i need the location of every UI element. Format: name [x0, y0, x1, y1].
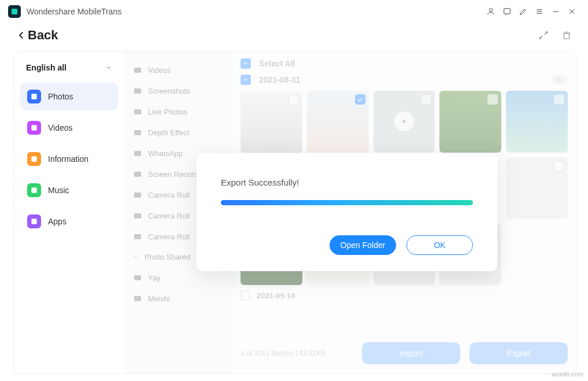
svg-rect-22: [134, 193, 141, 198]
music-icon: [27, 183, 41, 197]
dropdown-label: English all: [26, 63, 66, 72]
sidebar-item-photos[interactable]: Photos: [20, 83, 118, 110]
date-group-header[interactable]: 2021-05-14: [241, 291, 568, 300]
chat-icon: [27, 152, 41, 166]
svg-marker-29: [403, 120, 406, 124]
thumbnail[interactable]: [307, 91, 369, 153]
thumb-checkbox[interactable]: [554, 94, 564, 105]
back-row: Back: [0, 23, 588, 51]
folder-icon: [133, 107, 142, 116]
back-button[interactable]: Back: [16, 28, 58, 43]
svg-rect-15: [31, 219, 36, 224]
svg-rect-23: [134, 213, 141, 219]
thumbnail[interactable]: [506, 91, 568, 153]
folder-label: WhatsApp: [148, 149, 183, 158]
feedback-icon[interactable]: [499, 3, 515, 20]
svg-rect-13: [31, 156, 36, 161]
select-all-indeterminate-icon[interactable]: [241, 58, 251, 69]
folder-item[interactable]: Depth Effect: [127, 122, 230, 143]
folder-icon: [133, 232, 142, 241]
folder-item[interactable]: Screenshots: [127, 80, 230, 101]
folder-label: Camera Roll: [148, 191, 190, 199]
svg-rect-17: [134, 88, 141, 94]
thumbnail[interactable]: [506, 157, 568, 219]
sidebar: English all PhotosVideosInformationMusic…: [14, 51, 124, 374]
account-icon[interactable]: [483, 3, 499, 20]
sidebar-item-label: Information: [48, 154, 88, 164]
svg-rect-14: [31, 187, 36, 193]
open-folder-button[interactable]: Open Folder: [330, 235, 396, 255]
folder-label: Photo Shared: [145, 253, 191, 261]
export-button[interactable]: Export: [469, 342, 568, 364]
folder-label: Live Photos: [148, 108, 187, 116]
select-all-row[interactable]: Select All: [241, 57, 568, 70]
svg-rect-12: [31, 125, 36, 130]
chevron-down-icon: [133, 253, 139, 261]
sidebar-item-videos[interactable]: Videos: [20, 114, 118, 142]
sidebar-item-music[interactable]: Music: [20, 176, 118, 204]
svg-rect-1: [504, 9, 511, 14]
thumb-checkbox[interactable]: [487, 94, 498, 105]
svg-rect-16: [134, 68, 141, 73]
status-text: 1 of 3011 Item(s),143.81KB: [241, 349, 353, 357]
folder-item[interactable]: Videos: [127, 60, 230, 80]
thumbnail[interactable]: [373, 91, 435, 153]
thumbnail[interactable]: [241, 91, 302, 153]
content-footer: 1 of 3011 Item(s),143.81KB Import Export: [241, 336, 568, 364]
folder-icon: [133, 211, 142, 220]
folder-icon: [133, 128, 142, 137]
chevron-down-icon: [105, 64, 112, 71]
back-label: Back: [28, 28, 58, 43]
import-button[interactable]: Import: [362, 342, 460, 364]
video-icon: [27, 121, 41, 135]
folder-icon: [133, 190, 142, 199]
folder-label: Meishi: [148, 294, 170, 303]
folder-label: Camera Roll: [148, 212, 190, 220]
sidebar-item-information[interactable]: Information: [20, 145, 118, 173]
play-icon: [394, 112, 414, 131]
language-dropdown[interactable]: English all: [20, 61, 118, 83]
svg-rect-21: [134, 172, 141, 177]
folder-label: Videos: [148, 66, 171, 75]
svg-rect-24: [134, 234, 141, 239]
sidebar-item-label: Music: [48, 186, 69, 195]
sidebar-item-apps[interactable]: Apps: [20, 208, 118, 235]
group-indeterminate-icon[interactable]: [241, 75, 251, 85]
ok-button[interactable]: OK: [406, 235, 473, 255]
thumb-checkbox[interactable]: [421, 94, 431, 105]
thumb-checkbox[interactable]: [289, 94, 299, 105]
edit-icon[interactable]: [515, 3, 531, 20]
group-count-badge: 5: [550, 75, 568, 84]
folder-icon: [133, 294, 142, 303]
folder-item[interactable]: Live Photos: [127, 101, 230, 122]
thumb-checkbox[interactable]: [355, 94, 365, 105]
sidebar-item-label: Photos: [48, 92, 73, 101]
svg-rect-26: [134, 296, 141, 301]
svg-point-0: [489, 9, 492, 12]
watermark: wsxdn.com: [552, 371, 583, 378]
folder-icon: [133, 273, 142, 282]
titlebar: Wondershare MobileTrans: [0, 0, 588, 23]
folder-icon: [133, 169, 142, 179]
svg-rect-18: [134, 109, 141, 114]
minimize-icon[interactable]: [548, 3, 564, 20]
modal-message: Export Successfully!: [221, 177, 473, 187]
refresh-icon[interactable]: [538, 30, 549, 40]
image-icon: [27, 90, 41, 103]
thumbnail[interactable]: [439, 91, 501, 153]
folder-label: Screenshots: [148, 87, 190, 95]
folder-label: Camera Roll: [148, 232, 190, 241]
group-checkbox[interactable]: [241, 291, 250, 300]
menu-icon[interactable]: [531, 3, 548, 20]
group-date: 2021-05-14: [257, 291, 295, 300]
thumb-checkbox[interactable]: [554, 161, 564, 171]
folder-icon: [133, 65, 142, 75]
group-date: 2021-08-31: [259, 75, 301, 84]
folder-label: Yay: [148, 273, 160, 282]
app-title: Wondershare MobileTrans: [27, 7, 121, 16]
date-group-header[interactable]: 2021-08-31 5: [241, 73, 568, 86]
folder-item[interactable]: Meishi: [127, 288, 230, 309]
close-icon[interactable]: [564, 3, 580, 20]
delete-icon[interactable]: [561, 30, 572, 40]
folder-icon: [133, 86, 142, 95]
